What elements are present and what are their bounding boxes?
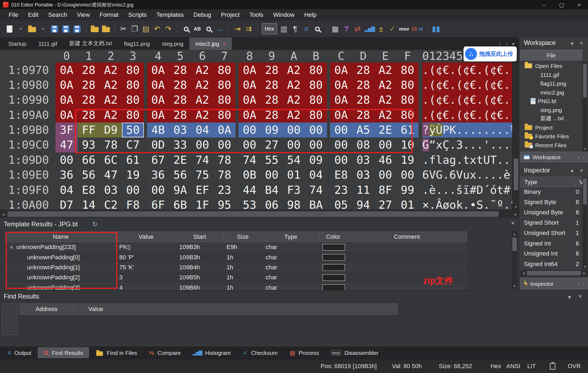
hex-byte[interactable]: C7	[122, 138, 144, 152]
template-row[interactable]: unknownPadding[1]75 'K'109B4h1hchar	[5, 262, 467, 272]
help-find-icon[interactable]: ?	[342, 23, 351, 35]
hex-byte[interactable]: 74	[238, 152, 261, 167]
ascii-column[interactable]: ×.Âøok.•S.˜º.”'.	[422, 197, 514, 210]
hex-byte[interactable]: 80	[305, 77, 327, 92]
hex-byte[interactable]: A2	[283, 107, 305, 122]
color-swatch[interactable]	[322, 284, 345, 290]
hex-byte[interactable]: A2	[374, 93, 396, 107]
workspace-item[interactable]: 新建 ...txt	[519, 114, 583, 123]
scrollbar-thumb[interactable]	[514, 158, 518, 190]
workspace-item[interactable]: Favorite Files	[519, 132, 583, 141]
hex-byte[interactable]: 28	[77, 93, 100, 107]
menu-project[interactable]: Project	[216, 9, 244, 21]
hex-byte[interactable]: 0A	[330, 77, 352, 92]
tab-next-icon[interactable]: ›	[506, 41, 507, 47]
refresh-icon[interactable]: ↻	[92, 220, 98, 228]
panel-tab-checksum[interactable]: ✓Checksum	[237, 347, 283, 358]
hex-byte[interactable]: 80	[213, 77, 235, 92]
upload-drop-badge[interactable]: ∴ 拖拽至此上传	[464, 47, 517, 61]
scroll-right-icon[interactable]: ▸	[581, 270, 588, 276]
status-overwrite-toggle[interactable]: OVR	[568, 359, 581, 373]
inspector-row[interactable]: Signed Int6	[520, 238, 588, 249]
goto-icon[interactable]: →	[215, 23, 224, 35]
hex-byte[interactable]: 78	[213, 152, 235, 167]
run-script-icon[interactable]: ⇥	[233, 23, 242, 35]
hex-byte[interactable]: 00	[147, 182, 169, 197]
hex-byte[interactable]: 0A	[56, 63, 78, 77]
ascii-column[interactable]: 6VG.6Vux....è...	[422, 168, 514, 182]
undo-icon[interactable]: ↶	[153, 23, 161, 35]
hex-byte[interactable]: 04	[56, 182, 78, 197]
hex-byte[interactable]: 8F	[374, 182, 396, 197]
menu-scripts[interactable]: Scripts	[124, 9, 152, 21]
hex-byte[interactable]: 14	[77, 197, 100, 210]
hex-byte[interactable]: 80	[305, 63, 327, 77]
scroll-down-icon[interactable]: ▾	[582, 264, 587, 269]
hex-byte[interactable]: 80	[305, 107, 327, 122]
hex-byte[interactable]: D7	[56, 197, 78, 210]
menu-search[interactable]: Search	[43, 9, 72, 21]
workspace-item[interactable]: PNG.bt	[519, 97, 583, 106]
hex-byte[interactable]: 54	[283, 152, 305, 167]
menu-view[interactable]: View	[72, 9, 95, 21]
template-row-name[interactable]: ∨unknownPadding[233]	[5, 244, 116, 250]
open-file-icon[interactable]	[27, 23, 36, 35]
close-button[interactable]: ×	[570, 0, 588, 9]
hex-byte[interactable]: 56	[169, 168, 191, 182]
minimize-button[interactable]: –	[535, 0, 553, 9]
save-icon[interactable]	[50, 23, 59, 35]
hex-byte[interactable]: 74	[305, 182, 327, 197]
hex-byte[interactable]: 00	[374, 168, 396, 182]
hex-byte[interactable]: 98	[283, 197, 305, 210]
hex-vertical-scrollbar[interactable]: ▴ ▾	[512, 50, 519, 210]
column-header-type[interactable]: Type	[520, 177, 576, 187]
panel-tab-find-in-files[interactable]: Find in Files	[90, 347, 142, 358]
panel-tab-output[interactable]: ≡Output	[2, 347, 36, 358]
hex-byte[interactable]: 27	[261, 138, 283, 152]
template-row-name[interactable]: unknownPadding[0]	[5, 254, 116, 261]
hex-byte[interactable]: 00	[238, 138, 261, 152]
status-endian-toggle[interactable]: LIT	[527, 359, 536, 373]
hex-byte[interactable]: 75	[191, 168, 214, 182]
inspect-icon[interactable]	[313, 23, 322, 35]
inspector-row[interactable]: Signed Short1	[520, 218, 588, 228]
hex-byte[interactable]: 10	[396, 138, 419, 152]
scroll-up-icon[interactable]: ▴	[512, 232, 518, 236]
column-header-value[interactable]: Value	[73, 303, 118, 315]
hex-byte[interactable]: A5	[352, 123, 374, 138]
hex-byte[interactable]: 05	[330, 197, 352, 210]
hex-byte[interactable]: 61	[396, 123, 419, 138]
base-converter-icon[interactable]: 10↓16	[411, 23, 423, 35]
find-icon[interactable]	[182, 23, 190, 35]
hex-byte[interactable]: 03	[100, 182, 122, 197]
panel-tab-find-results[interactable]: Find Results	[38, 347, 89, 358]
hex-byte[interactable]: D9	[100, 123, 122, 138]
hex-byte[interactable]: 80	[122, 77, 144, 92]
hex-byte[interactable]: 80	[122, 93, 144, 107]
hex-byte[interactable]: 27	[374, 197, 396, 210]
hex-byte[interactable]: A2	[283, 93, 305, 107]
font-icon[interactable]: AB	[193, 23, 202, 35]
redo-icon[interactable]: ↷	[164, 23, 173, 35]
hex-byte[interactable]: 09	[305, 152, 327, 167]
panel-prev-icon[interactable]: ‹	[578, 154, 580, 160]
histogram-icon[interactable]: ▂▅▇	[364, 23, 374, 35]
ascii-column[interactable]: .(¢€.(¢€.(¢€.(¢€	[422, 107, 514, 122]
hex-byte[interactable]: 01	[396, 197, 419, 210]
clipboard-icon[interactable]	[550, 359, 555, 373]
hex-byte[interactable]: 93	[77, 138, 100, 152]
hex-byte[interactable]: 0A	[238, 93, 261, 107]
run-template-icon[interactable]: ⇉	[244, 23, 253, 35]
hex-byte[interactable]: A2	[374, 63, 396, 77]
hex-byte[interactable]: 09	[261, 123, 283, 138]
hex-byte[interactable]: 0A	[56, 93, 78, 107]
tab-misc2.jpg[interactable]: misc2.jpg×	[189, 37, 232, 50]
inspector-row[interactable]: Unsigned Byte8	[520, 208, 588, 218]
expand-arrow-icon[interactable]: ∨	[10, 244, 13, 250]
open-recent-folder-icon[interactable]	[101, 23, 110, 35]
hex-byte[interactable]: 03	[352, 152, 374, 167]
hex-byte[interactable]: 03	[169, 123, 191, 138]
hex-byte[interactable]: 80	[396, 107, 419, 122]
hex-byte[interactable]: 0D	[147, 138, 169, 152]
hex-byte[interactable]: 2E	[374, 123, 396, 138]
